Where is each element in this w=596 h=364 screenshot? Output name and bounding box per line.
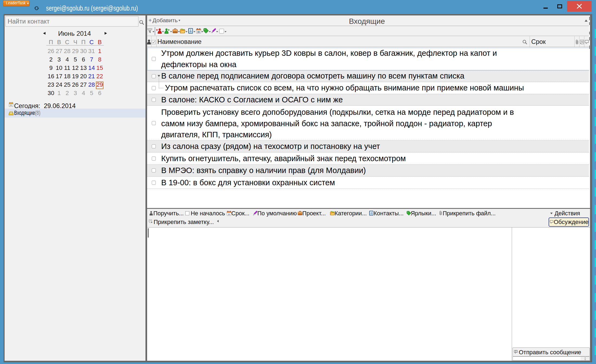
svg-text:30: 30 [228,213,230,216]
svg-text:30: 30 [197,31,200,33]
svg-text:30: 30 [10,104,12,106]
